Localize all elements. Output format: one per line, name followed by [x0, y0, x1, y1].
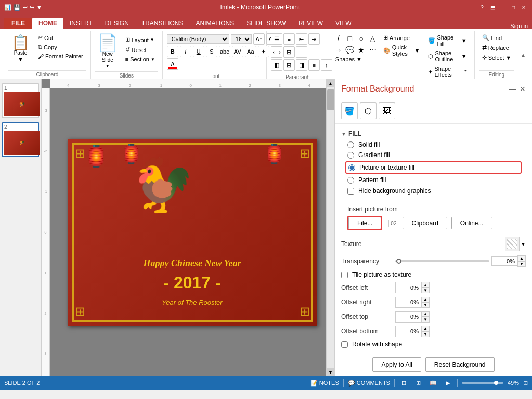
offset-right-down[interactable]: ▼ [421, 302, 430, 308]
scroll-up-button[interactable]: ▲ [327, 79, 334, 87]
clipboard-button[interactable]: Clipboard [403, 217, 447, 229]
shape-rect[interactable]: □ [345, 33, 355, 44]
tab-design[interactable]: DESIGN [99, 18, 135, 29]
reset-background-button[interactable]: Reset Background [425, 357, 495, 372]
offset-top-spinner-buttons[interactable]: ▲ ▼ [421, 311, 430, 323]
bold-button[interactable]: B [167, 46, 178, 57]
normal-view-button[interactable]: ⊟ [399, 378, 409, 388]
tab-animations[interactable]: ANIMATIONS [189, 18, 240, 29]
cut-button[interactable]: ✂ Cut [35, 33, 86, 42]
comments-button[interactable]: 💬 COMMENTS [348, 380, 390, 387]
shape-callout[interactable]: 💬 [345, 45, 355, 55]
transparency-down-button[interactable]: ▼ [517, 261, 526, 267]
align-right-button[interactable]: ◨ [296, 59, 307, 71]
transparency-spinner[interactable]: ▲ ▼ [517, 255, 526, 267]
char-spacing-button[interactable]: AV [232, 46, 243, 57]
vertical-scrollbar[interactable]: ▲ ▼ [326, 79, 334, 376]
shape-star[interactable]: ★ [356, 45, 367, 55]
font-size-select[interactable]: 18 [231, 34, 252, 44]
pattern-fill-option[interactable]: Pattern fill [341, 175, 526, 185]
help-button[interactable]: ? [478, 3, 486, 11]
panel-collapse-button[interactable]: — [509, 85, 516, 93]
align-text-button[interactable]: ⊟ [283, 46, 295, 58]
slide-thumb-1[interactable]: 1 🐓 [2, 83, 39, 118]
picture-fill-option-inner[interactable]: Picture or texture fill [346, 162, 521, 173]
gradient-fill-option[interactable]: Gradient fill [341, 150, 526, 160]
undo-icon[interactable]: ↩ [23, 4, 28, 11]
ribbon-collapse-button[interactable]: ▲ [518, 31, 528, 79]
shapes-button[interactable]: Shapes ▼ [333, 55, 378, 63]
notes-button[interactable]: 📝 NOTES [310, 380, 339, 387]
online-button[interactable]: Online... [451, 217, 492, 229]
picture-tab-button[interactable]: 🖼 [379, 102, 395, 119]
tab-view[interactable]: VIEW [329, 18, 358, 29]
shape-oval[interactable]: ○ [356, 33, 367, 44]
apply-to-all-button[interactable]: Apply to All [372, 357, 421, 372]
transparency-up-button[interactable]: ▲ [517, 255, 526, 261]
text-direction-button[interactable]: ⟺ [271, 46, 282, 58]
shape-arrow[interactable]: → [333, 45, 344, 55]
justify-button[interactable]: ≡ [308, 59, 320, 71]
tab-file[interactable]: FILE [4, 18, 32, 29]
format-painter-button[interactable]: 🖌 Format Painter [35, 52, 86, 60]
offset-bottom-down[interactable]: ▼ [421, 331, 430, 337]
offset-right-spinner-buttons[interactable]: ▲ ▼ [421, 297, 430, 308]
tab-transitions[interactable]: TRANSITIONS [135, 18, 190, 29]
arrange-button[interactable]: ⊞ Arrange [380, 33, 423, 42]
texture-picker[interactable] [505, 237, 520, 251]
shape-triangle[interactable]: △ [368, 33, 378, 44]
new-slide-button[interactable]: 📄 NewSlide ▼ [95, 33, 120, 69]
quick-access-toolbar[interactable]: 📊 💾 ↩ ↪ ▼ [4, 4, 42, 11]
shape-line[interactable]: / [333, 33, 344, 44]
copy-button[interactable]: ⧉ Copy [35, 43, 86, 52]
offset-right-spinner[interactable]: ▲ ▼ [395, 297, 430, 308]
offset-bottom-up[interactable]: ▲ [421, 326, 430, 331]
shape-effects-button[interactable]: ✦ Shape Effects * [425, 65, 470, 79]
solid-fill-radio[interactable] [347, 141, 354, 148]
slide-sorter-button[interactable]: ⊞ [413, 378, 424, 388]
texture-dropdown-arrow[interactable]: ▼ [521, 241, 526, 247]
picture-fill-radio-inner[interactable] [348, 164, 355, 171]
paste-dropdown-arrow[interactable]: ▼ [18, 56, 24, 63]
close-button[interactable]: ✕ [520, 3, 528, 11]
offset-bottom-input[interactable] [395, 326, 421, 337]
customize-icon[interactable]: ▼ [36, 4, 42, 10]
effects-tab-button[interactable]: ⬡ [360, 102, 377, 119]
offset-left-spinner[interactable]: ▲ ▼ [395, 282, 430, 293]
redo-icon[interactable]: ↪ [30, 4, 34, 11]
ribbon-display-button[interactable]: ⬒ [488, 3, 497, 11]
select-button[interactable]: ⊹ Select ▼ [479, 53, 514, 62]
replace-button[interactable]: ⇄ Replace [479, 43, 514, 52]
transparency-slider-thumb[interactable] [396, 259, 401, 264]
scroll-down-button[interactable]: ▼ [327, 368, 334, 376]
tab-slideshow[interactable]: SLIDE SHOW [240, 18, 292, 29]
zoom-slider[interactable] [462, 382, 503, 384]
align-center-button[interactable]: ⊟ [283, 59, 295, 71]
offset-top-input[interactable] [395, 311, 421, 323]
transparency-value-input[interactable] [491, 256, 517, 266]
sign-in-link[interactable]: Sign in [510, 23, 528, 29]
offset-bottom-spinner[interactable]: ▲ ▼ [395, 326, 430, 337]
increase-indent-button[interactable]: ⇥ [308, 33, 320, 45]
panel-controls[interactable]: — ✕ [509, 85, 526, 93]
offset-bottom-spinner-buttons[interactable]: ▲ ▼ [421, 326, 430, 337]
pattern-fill-radio[interactable] [347, 177, 354, 184]
fill-section-header[interactable]: ▼ FILL [341, 128, 526, 139]
find-button[interactable]: 🔍 Find [479, 33, 514, 42]
slide-thumb-2[interactable]: 2 🐓 [2, 122, 39, 157]
offset-top-spinner[interactable]: ▲ ▼ [395, 311, 430, 323]
slideshow-button[interactable]: ▶ [443, 378, 453, 388]
reset-button[interactable]: ↺ Reset [122, 45, 158, 54]
save-icon[interactable]: 💾 [14, 4, 21, 11]
transparency-slider[interactable] [395, 260, 489, 262]
quick-styles-button[interactable]: 🎨 Quick Styles ▼ [380, 43, 423, 58]
scroll-thumb[interactable] [327, 89, 334, 110]
tab-insert[interactable]: INSERT [63, 18, 99, 29]
shape-fill-button[interactable]: 🪣 Shape Fill ▼ [425, 33, 470, 48]
bullet-list-button[interactable]: ☰ [271, 33, 282, 45]
offset-top-up[interactable]: ▲ [421, 311, 430, 317]
minimize-button[interactable]: — [499, 3, 507, 11]
gradient-fill-radio[interactable] [347, 152, 354, 159]
new-slide-arrow[interactable]: ▼ [106, 63, 110, 68]
shadow-button[interactable]: abc [219, 46, 230, 57]
